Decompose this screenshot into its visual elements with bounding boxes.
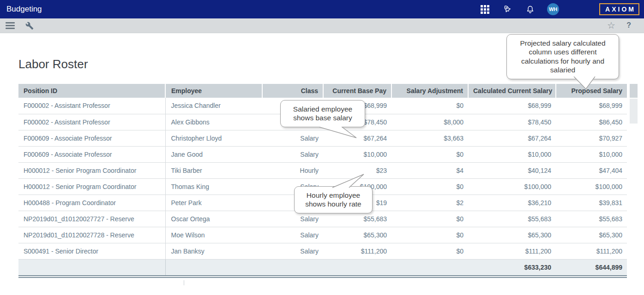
callout-tail [323, 173, 369, 188]
vertical-scrollbar-thumb[interactable] [630, 99, 638, 124]
cell-proposed-salary[interactable]: $86,450 [556, 114, 627, 130]
page-title: Labor Roster [18, 57, 88, 71]
app-window: Budgeting [0, 0, 644, 295]
cell-proposed-salary[interactable]: $100,000 [556, 178, 627, 195]
totals-row: $633,230 $644,899 [18, 259, 627, 275]
top-bar: Budgeting [0, 0, 644, 18]
table-row: F000609 - Associate Professor Jane Good … [18, 146, 627, 162]
cell-employee[interactable]: Alex Gibbons [165, 114, 262, 130]
cell-proposed-salary[interactable]: $10,000 [556, 146, 627, 162]
total-calculated-current-salary: $633,230 [468, 259, 556, 275]
rocket-icon[interactable] [500, 1, 515, 17]
header-row: Position ID Employee Class Current Base … [18, 84, 627, 98]
cell-current-base-pay[interactable]: $10,000 [323, 146, 391, 162]
cell-proposed-salary[interactable]: $39,831 [556, 195, 627, 211]
cell-position-id[interactable]: F000002 - Assistant Professor [18, 98, 165, 114]
app-title: Budgeting [6, 5, 42, 14]
menu-icon[interactable] [6, 22, 15, 30]
cell-proposed-salary[interactable]: $68,999 [556, 98, 627, 114]
column-header-class[interactable]: Class [262, 84, 323, 98]
cell-calculated-current-salary[interactable]: $36,210 [468, 195, 556, 211]
cell-proposed-salary[interactable]: $111,200 [556, 243, 627, 259]
column-header-position-id[interactable]: Position ID [18, 84, 165, 98]
scrollbar-corner [630, 84, 638, 98]
cell-calculated-current-salary[interactable]: $78,450 [468, 114, 556, 130]
column-header-salary-adjustment[interactable]: Salary Adjustment [391, 84, 468, 98]
callout-tail [312, 127, 363, 140]
totals-empty [323, 259, 391, 275]
cell-current-base-pay[interactable]: $65,300 [323, 227, 391, 243]
cell-employee[interactable]: Moe Wilson [165, 227, 262, 243]
cell-position-id[interactable]: S000491 - Senior Director [18, 243, 165, 259]
cell-calculated-current-salary[interactable]: $55,683 [468, 211, 556, 227]
column-header-current-base-pay[interactable]: Current Base Pay [323, 84, 391, 98]
cell-salary-adjustment[interactable]: $0 [391, 243, 468, 259]
cell-employee[interactable]: Peter Park [165, 195, 262, 211]
cell-position-id[interactable]: H000488 - Program Coordinator [18, 195, 165, 211]
cell-current-base-pay[interactable]: $111,200 [323, 243, 391, 259]
toolbar: ☆ ? [0, 18, 644, 33]
cell-position-id[interactable]: NP2019d01_d10120027727 - Reserve [18, 211, 165, 227]
cell-salary-adjustment[interactable]: $2 [391, 195, 468, 211]
cell-salary-adjustment[interactable]: $0 [391, 146, 468, 162]
apps-grid-icon[interactable] [479, 4, 490, 15]
total-proposed-salary: $644,899 [556, 259, 627, 275]
cell-calculated-current-salary[interactable]: $40,124 [468, 162, 556, 178]
cell-class[interactable]: Salary [262, 146, 323, 162]
cell-position-id[interactable]: NP2019d01_d10120027728 - Reserve [18, 227, 165, 243]
table-row: S000491 - Senior Director Jan Banksy Sal… [18, 243, 627, 259]
column-divider-stub [184, 280, 184, 285]
callout-hourly-employee: Hourly employee shows hourly rate [294, 186, 373, 213]
cell-position-id[interactable]: H000012 - Senior Program Coordinator [18, 162, 165, 178]
cell-calculated-current-salary[interactable]: $111,200 [468, 243, 556, 259]
totals-empty [262, 259, 323, 275]
cell-employee[interactable]: Tiki Barber [165, 162, 262, 178]
axiom-logo: AXIOM [599, 3, 639, 15]
wrench-icon[interactable] [25, 22, 34, 32]
cell-calculated-current-salary[interactable]: $67,264 [468, 130, 556, 146]
callout-tail [566, 77, 602, 90]
cell-proposed-salary[interactable]: $55,683 [556, 211, 627, 227]
cell-proposed-salary[interactable]: $65,300 [556, 227, 627, 243]
cell-salary-adjustment[interactable]: $0 [391, 227, 468, 243]
totals-empty [165, 259, 262, 275]
totals-empty [18, 259, 165, 275]
callout-salaried-employee: Salaried employee shows base salary [280, 100, 365, 127]
cell-proposed-salary[interactable]: $70,927 [556, 130, 627, 146]
cell-employee[interactable]: Jessica Chandler [165, 98, 262, 114]
table-row: NP2019d01_d10120027728 - Reserve Moe Wil… [18, 227, 627, 243]
cell-salary-adjustment[interactable]: $8,000 [391, 114, 468, 130]
cell-salary-adjustment[interactable]: $4 [391, 162, 468, 178]
cell-employee[interactable]: Jan Banksy [165, 243, 262, 259]
topbar-actions: WH AXIOM [479, 0, 639, 18]
table-row: H000012 - Senior Program Coordinator Tik… [18, 162, 627, 178]
help-icon[interactable]: ? [626, 21, 631, 30]
cell-position-id[interactable]: F000609 - Associate Professor [18, 130, 165, 146]
cell-position-id[interactable]: H000012 - Senior Program Coordinator [18, 178, 165, 195]
cell-class[interactable]: Salary [262, 243, 323, 259]
column-header-employee[interactable]: Employee [165, 84, 262, 98]
totals-empty [391, 259, 468, 275]
cell-employee[interactable]: Oscar Ortega [165, 211, 262, 227]
cell-calculated-current-salary[interactable]: $65,300 [468, 227, 556, 243]
star-icon[interactable]: ☆ [607, 20, 615, 31]
cell-class[interactable]: Hourly [262, 162, 323, 178]
cell-employee[interactable]: Jane Good [165, 146, 262, 162]
column-header-calculated-current-salary[interactable]: Calculated Current Salary [468, 84, 556, 98]
cell-employee[interactable]: Thomas King [165, 178, 262, 195]
cell-position-id[interactable]: F000609 - Associate Professor [18, 146, 165, 162]
cell-calculated-current-salary[interactable]: $10,000 [468, 146, 556, 162]
cell-calculated-current-salary[interactable]: $100,000 [468, 178, 556, 195]
cell-salary-adjustment[interactable]: $0 [391, 98, 468, 114]
cell-class[interactable]: Salary [262, 227, 323, 243]
cell-salary-adjustment[interactable]: $3,663 [391, 130, 468, 146]
cell-employee[interactable]: Christopher Lloyd [165, 130, 262, 146]
cell-salary-adjustment[interactable]: $0 [391, 211, 468, 227]
cell-calculated-current-salary[interactable]: $68,999 [468, 98, 556, 114]
cell-proposed-salary[interactable]: $47,404 [556, 162, 627, 178]
callout-proposed-salary: Projected salary calculated column uses … [506, 34, 619, 79]
user-avatar[interactable]: WH [547, 3, 559, 15]
bell-icon[interactable] [524, 4, 536, 15]
cell-salary-adjustment[interactable]: $0 [391, 178, 468, 195]
cell-position-id[interactable]: F000002 - Assistant Professor [18, 114, 165, 130]
